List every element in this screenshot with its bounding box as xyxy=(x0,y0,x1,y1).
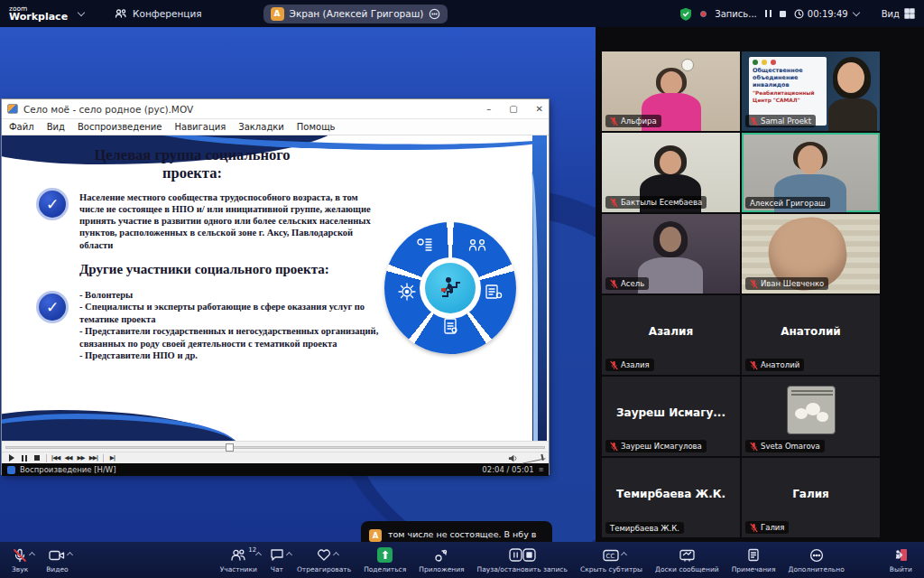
menu-playback[interactable]: Воспроизведение xyxy=(78,122,162,132)
timer-value: 00:19:49 xyxy=(808,9,848,19)
tab-conference[interactable]: Конференция xyxy=(115,8,201,19)
loop-mode-icon[interactable]: ≡ xyxy=(539,466,543,473)
slide-paragraph: Население местного сообщества трудоспосо… xyxy=(79,191,381,251)
recording-indicator-icon xyxy=(700,11,707,17)
slide-subtitle: Другие участники социального проекта: xyxy=(79,262,404,277)
notes-button[interactable]: Примечания xyxy=(727,547,781,573)
participant-tile-alfira[interactable]: Альфира xyxy=(602,51,740,131)
participant-tile-samal[interactable]: Общественное объединение инвалидов "Реаб… xyxy=(742,51,880,131)
frame-step-button[interactable]: ▶| xyxy=(106,453,118,463)
target-list-icon xyxy=(414,235,434,255)
meeting-timer[interactable]: 00:19:49 xyxy=(794,9,859,19)
pause-recording-icon[interactable] xyxy=(765,10,772,17)
menu-navigation[interactable]: Навигация xyxy=(175,122,226,132)
rewind-button[interactable]: ◀◀ xyxy=(62,453,74,463)
person-climbing-stairs-icon xyxy=(435,273,466,303)
ellipsis-circle-icon xyxy=(809,548,824,563)
seek-bar[interactable] xyxy=(2,441,549,452)
volume-control[interactable] xyxy=(508,453,545,463)
participant-name-tag: Sveta Omarova xyxy=(745,440,825,452)
seek-handle[interactable] xyxy=(226,443,234,452)
participant-tile-zauresh[interactable]: Зауреш Исмагу... Зауреш Исмагулова xyxy=(602,377,740,456)
meeting-toolbar: Звук Видео 12 Участники Чат xyxy=(0,542,924,578)
mic-muted-icon xyxy=(750,442,758,452)
slide-list-item: - Представители НПО и др. xyxy=(79,350,392,361)
menu-view[interactable]: Вид xyxy=(47,122,65,132)
participant-tile-baktyly[interactable]: Бактылы Есембаева xyxy=(602,133,740,212)
mic-muted-icon xyxy=(750,279,758,289)
recording-label: Запись... xyxy=(715,9,757,19)
close-button[interactable]: ✕ xyxy=(536,104,543,114)
whiteboards-button[interactable]: Доски сообщений xyxy=(651,547,724,573)
participant-name-tag: Галия xyxy=(745,521,789,534)
player-window-title: Село моё - село родное (рус).MOV xyxy=(23,104,193,115)
participants-button[interactable]: 12 Участники xyxy=(216,547,262,573)
participant-tile-ivan[interactable]: Иван Шевченко xyxy=(742,214,880,294)
participant-tile-galiya[interactable]: Галия Галия xyxy=(742,458,880,537)
share-screen-button[interactable]: Поделиться xyxy=(359,547,411,573)
mic-muted-icon xyxy=(610,198,618,208)
volume-slider[interactable] xyxy=(521,452,545,463)
slide-list-item: - Волонтеры xyxy=(79,289,392,301)
menu-help[interactable]: Помощь xyxy=(297,122,336,132)
participant-name-tag: Бактылы Есембаева xyxy=(605,196,707,209)
previous-button[interactable]: |◀◀ xyxy=(50,453,61,463)
forward-button[interactable]: ▶▶ xyxy=(75,453,87,463)
menu-file[interactable]: Файл xyxy=(9,122,34,132)
participants-panel: Альфира Общественное объединение инвалид… xyxy=(596,27,924,542)
chevron-down-icon[interactable] xyxy=(78,9,85,16)
next-button[interactable]: ▶▶| xyxy=(88,453,99,463)
zoom-meeting-window: zoom Workplace Конференция А Экран (Алек… xyxy=(0,0,924,578)
participants-count-badge: 12 xyxy=(248,546,256,554)
participant-tile-azaliya[interactable]: Азалия Азалия xyxy=(602,295,740,375)
mic-muted-icon xyxy=(13,548,27,563)
stop-button[interactable] xyxy=(31,453,42,463)
participant-tile-anatoliy[interactable]: Анатолий Анатолий xyxy=(742,295,880,375)
participant-display-name: Азалия xyxy=(602,325,740,338)
chevron-down-icon xyxy=(852,9,859,16)
player-menu-bar: Файл Вид Воспроизведение Навигация Закла… xyxy=(2,119,549,135)
participant-tile-asel[interactable]: Асель xyxy=(602,214,740,294)
people-talk-icon xyxy=(467,235,487,255)
captions-button[interactable]: CC Скрыть субтитры xyxy=(576,547,647,573)
more-button[interactable]: Дополнительно xyxy=(784,547,849,573)
menu-bookmarks[interactable]: Закладки xyxy=(238,122,284,132)
caption-speaker-avatar: А xyxy=(369,529,382,542)
reactions-button[interactable]: Отреагировать xyxy=(292,547,356,573)
play-button[interactable] xyxy=(5,453,17,463)
people-icon xyxy=(230,548,246,562)
slide-list-item: - Представители государственных и негосу… xyxy=(79,325,392,350)
participant-tile-aleksey-active-speaker[interactable]: Алексей Григораш xyxy=(742,133,880,212)
audio-button[interactable]: Звук xyxy=(7,547,32,573)
participant-tile-sveta[interactable]: Sveta Omarova xyxy=(742,377,880,456)
profile-photo xyxy=(787,386,836,434)
participant-display-name: Зауреш Исмагу... xyxy=(602,406,740,419)
tab-shared-screen[interactable]: А Экран (Алексей Григораш) xyxy=(263,5,448,23)
player-title-bar[interactable]: Село моё - село родное (рус).MOV – ▢ ✕ xyxy=(2,99,549,119)
leave-meeting-button[interactable]: Выйти xyxy=(885,547,917,573)
view-label: Вид xyxy=(882,9,900,19)
video-gallery-grid: Альфира Общественное объединение инвалид… xyxy=(602,51,880,537)
participant-name-tag: Зауреш Исмагулова xyxy=(605,440,707,452)
mic-muted-icon xyxy=(610,360,618,370)
live-captions-overlay[interactable]: А том числе не состоящее. В нбу в инициа… xyxy=(361,521,552,542)
participant-display-name: Темирбаева Ж.К. xyxy=(602,488,740,500)
stop-recording-icon[interactable] xyxy=(780,11,786,17)
ellipsis-circle-icon[interactable] xyxy=(429,8,440,20)
mic-muted-icon xyxy=(750,360,758,370)
security-shield-icon[interactable] xyxy=(679,7,692,21)
view-grid-icon xyxy=(904,8,915,19)
chat-button[interactable]: Чат xyxy=(265,547,289,573)
pause-button[interactable] xyxy=(18,453,30,463)
notes-icon xyxy=(747,548,760,562)
participant-tile-temirbaeva[interactable]: Темирбаева Ж.К. Темирбаева Ж.К. xyxy=(602,458,740,537)
apps-button[interactable]: Приложения xyxy=(414,547,468,573)
view-button[interactable]: Вид xyxy=(882,8,915,19)
player-controls: |◀◀ ◀◀ ▶▶ ▶▶| ▶| xyxy=(2,452,549,463)
minimize-button[interactable]: – xyxy=(486,104,491,114)
vision-network-icon xyxy=(397,282,417,302)
maximize-button[interactable]: ▢ xyxy=(509,104,517,114)
record-pause-stop-button[interactable]: Пауза/остановить запись xyxy=(473,547,572,573)
people-icon xyxy=(115,8,127,19)
video-button[interactable]: Видео xyxy=(42,547,72,573)
